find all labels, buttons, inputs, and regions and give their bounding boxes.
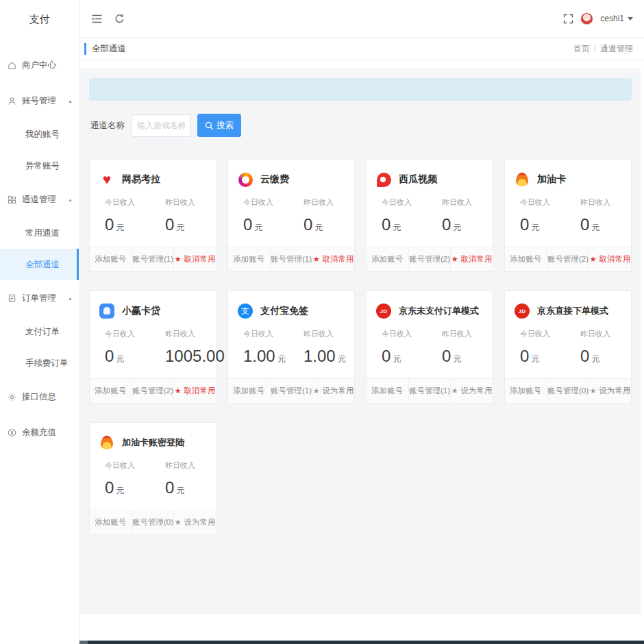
sidebar-item-channel-management[interactable]: 通道管理 <box>0 182 79 217</box>
tab-all-channels[interactable]: 全部通道 <box>84 43 126 55</box>
sidebar-item-account-management[interactable]: 账号管理 <box>0 83 79 119</box>
sidebar-sub-label: 我的账号 <box>25 129 60 140</box>
manage-accounts-button[interactable]: 账号管理(2) <box>132 379 174 403</box>
today-income-value: 0元 <box>520 347 580 366</box>
channel-title: 京东未支付订单模式 <box>399 305 479 317</box>
sidebar-item-payment-orders[interactable]: 支付订单 <box>0 316 79 347</box>
yesterday-income-value: 0元 <box>442 215 487 234</box>
search-icon <box>205 121 214 130</box>
channel-name-input[interactable] <box>131 114 191 137</box>
search-button-label: 搜索 <box>216 120 234 132</box>
search-button[interactable]: 搜索 <box>197 114 241 137</box>
sidebar-item-label: 余额充值 <box>22 427 56 438</box>
channel-title: 支付宝免签 <box>260 305 308 317</box>
jd-icon: JD <box>376 304 391 319</box>
sidebar-sub-label: 异常账号 <box>25 160 60 172</box>
today-income-value: 0元 <box>520 215 580 234</box>
add-account-button[interactable]: 添加账号 <box>90 247 132 271</box>
today-income-label: 今日收入 <box>243 329 304 339</box>
add-account-button[interactable]: 添加账号 <box>367 247 408 271</box>
sidebar-item-all-channels[interactable]: 全部通道 <box>0 249 79 280</box>
fullscreen-icon[interactable] <box>563 14 573 24</box>
refresh-icon[interactable] <box>114 13 125 25</box>
today-income-label: 今日收入 <box>243 197 304 208</box>
today-income-label: 今日收入 <box>520 197 580 208</box>
channel-card: 小赢卡贷 今日收入 0元 昨日收入 1005.00元 添加账号 账号管理(2) … <box>89 290 216 404</box>
channel-title: 云缴费 <box>260 173 289 186</box>
add-account-button[interactable]: 添加账号 <box>505 247 547 271</box>
breadcrumb: 首页/通道管理 <box>573 43 633 55</box>
manage-accounts-button[interactable]: 账号管理(1) <box>270 379 312 403</box>
toggle-favorite-button[interactable]: 取消常用 <box>450 247 493 271</box>
yesterday-income-label: 昨日收入 <box>304 329 349 339</box>
breadcrumb-separator: / <box>594 44 596 53</box>
yesterday-income-value: 0元 <box>165 478 210 497</box>
manage-accounts-button[interactable]: 账号管理(0) <box>132 510 174 534</box>
yesterday-income-label: 昨日收入 <box>165 329 235 339</box>
sidebar-item-merchant-center[interactable]: 商户中心 <box>0 47 79 83</box>
add-account-button[interactable]: 添加账号 <box>505 379 547 403</box>
sidebar-item-label: 订单管理 <box>22 293 56 304</box>
yesterday-income-value: 0元 <box>304 215 349 234</box>
username-label: ceshi1 <box>600 14 624 23</box>
today-income-label: 今日收入 <box>520 329 580 339</box>
manage-accounts-button[interactable]: 账号管理(1) <box>132 247 174 271</box>
sidebar-sub-label: 常用通道 <box>25 227 60 239</box>
avatar[interactable] <box>580 12 593 25</box>
breadcrumb-home[interactable]: 首页 <box>573 44 590 53</box>
sidebar-item-label: 通道管理 <box>22 194 56 206</box>
manage-accounts-button[interactable]: 账号管理(1) <box>270 247 312 271</box>
search-label: 通道名称 <box>90 120 125 132</box>
manage-accounts-button[interactable]: 账号管理(2) <box>547 247 589 271</box>
add-account-button[interactable]: 添加账号 <box>90 379 132 403</box>
add-account-button[interactable]: 添加账号 <box>90 510 132 534</box>
today-income-value: 0元 <box>243 215 304 234</box>
toggle-favorite-button[interactable]: 取消常用 <box>173 379 216 403</box>
toggle-favorite-button[interactable]: 设为常用 <box>450 379 493 403</box>
sidebar-item-fee-orders[interactable]: 手续费订单 <box>0 347 79 379</box>
manage-accounts-button[interactable]: 账号管理(0) <box>547 379 589 403</box>
bottom-scrollbar[interactable] <box>0 641 644 644</box>
sidebar-item-abnormal-accounts[interactable]: 异常账号 <box>0 150 79 182</box>
today-income-value: 0元 <box>382 347 442 366</box>
sidebar-item-order-management[interactable]: 订单管理 <box>0 280 79 316</box>
today-income-value: 1.00元 <box>243 347 304 366</box>
channel-card: 加油卡账密登陆 今日收入 0元 昨日收入 0元 添加账号 账号管理(0) 设为常… <box>89 422 216 535</box>
toggle-favorite-button[interactable]: 取消常用 <box>589 247 631 271</box>
yesterday-income-label: 昨日收入 <box>580 329 626 339</box>
sidebar-sub-label: 支付订单 <box>25 326 60 338</box>
add-account-button[interactable]: 添加账号 <box>228 379 270 403</box>
yesterday-income-value: 1.00元 <box>304 347 349 366</box>
channel-card: 西瓜视频 今日收入 0元 昨日收入 0元 添加账号 账号管理(2) 取消常用 <box>366 159 493 272</box>
fuel-card-icon <box>101 436 113 449</box>
toggle-favorite-button[interactable]: 设为常用 <box>173 510 216 534</box>
sidebar-item-api-info[interactable]: 接口信息 <box>0 379 79 414</box>
toggle-favorite-button[interactable]: 设为常用 <box>589 379 631 403</box>
sidebar-item-common-channels[interactable]: 常用通道 <box>0 217 79 249</box>
channel-card-grid: ♥ 网易考拉 今日收入 0元 昨日收入 0元 添加账号 账号管理(1) 取消常用 <box>89 159 632 535</box>
collapse-menu-icon[interactable] <box>91 13 103 25</box>
add-account-button[interactable]: 添加账号 <box>367 379 408 403</box>
add-account-button[interactable]: 添加账号 <box>228 247 270 271</box>
yesterday-income-value: 0元 <box>442 347 487 366</box>
toggle-favorite-button[interactable]: 取消常用 <box>312 247 354 271</box>
breadcrumb-current: 通道管理 <box>600 44 633 53</box>
channel-card: 支 支付宝免签 今日收入 1.00元 昨日收入 1.00元 添加账号 账号管理(… <box>227 290 355 404</box>
yen-coin-icon <box>8 428 16 437</box>
manage-accounts-button[interactable]: 账号管理(1) <box>408 379 451 403</box>
toggle-favorite-button[interactable]: 设为常用 <box>312 379 354 403</box>
sidebar-item-my-accounts[interactable]: 我的账号 <box>0 119 79 150</box>
gear-icon <box>8 393 16 401</box>
tab-bar: 全部通道 首页/通道管理 <box>80 38 644 60</box>
toggle-favorite-button[interactable]: 取消常用 <box>173 247 216 271</box>
yunjiaofei-icon <box>238 173 253 187</box>
user-menu[interactable]: ceshi1 <box>600 14 633 23</box>
channel-title: 京东直接下单模式 <box>537 305 608 317</box>
today-income-label: 今日收入 <box>382 329 442 339</box>
manage-accounts-button[interactable]: 账号管理(2) <box>408 247 451 271</box>
today-income-value: 0元 <box>105 478 165 497</box>
channel-card: JD 京东直接下单模式 今日收入 0元 昨日收入 0元 添加账号 账号管理(0)… <box>504 290 632 404</box>
sidebar-item-balance-recharge[interactable]: 余额充值 <box>0 414 79 450</box>
sidebar: 支付 商户中心 账号管理 我的账号 异常账号 通道管理 常用通道 全部通道 订单… <box>0 0 79 644</box>
yesterday-income-label: 昨日收入 <box>165 460 210 471</box>
